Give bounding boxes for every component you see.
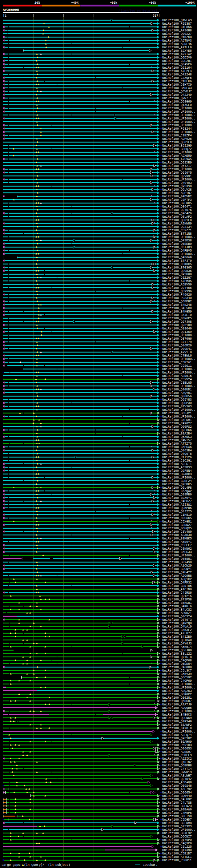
svg-text:UniRef100_B4JEI0: UniRef100_B4JEI0: [162, 313, 192, 317]
svg-text:UniRef100_O42249: UniRef100_O42249: [162, 93, 192, 97]
svg-text:UniRef100_B4DVD2: UniRef100_B4DVD2: [162, 195, 192, 198]
svg-text:UniRef100_B9I2G9: UniRef100_B9I2G9: [162, 144, 192, 148]
svg-text:UniRef100_Q2V991: UniRef100_Q2V991: [162, 175, 192, 178]
svg-text:UniRef100_Q25189: UniRef100_Q25189: [162, 323, 192, 327]
svg-text:UniRef100_UPI000..: UniRef100_UPI000..: [162, 178, 195, 181]
svg-text:UniRef100_B0XE32: UniRef100_B0XE32: [162, 832, 192, 835]
svg-text:UniRef100_Q58G69: UniRef100_Q58G69: [162, 100, 192, 103]
svg-text:UniRef100_Q59S46: UniRef100_Q59S46: [162, 784, 192, 787]
svg-text:UniRef100_C6TJD3: UniRef100_C6TJD3: [162, 246, 192, 249]
svg-text:UniRef100_C5GGJ3: UniRef100_C5GGJ3: [162, 551, 192, 554]
svg-text:UniRef100_B0EAW0: UniRef100_B0EAW0: [162, 808, 192, 811]
svg-text:UniRef100_A3LWH7: UniRef100_A3LWH7: [162, 774, 192, 777]
svg-text:UniRef100_C0NN62: UniRef100_C0NN62: [162, 547, 192, 551]
svg-text:UniRef100_A8WUZ1: UniRef100_A8WUZ1: [162, 612, 192, 615]
svg-text:UniRef100_C6ZQW2: UniRef100_C6ZQW2: [162, 490, 192, 493]
svg-text:UniRef100_C1E856: UniRef100_C1E856: [162, 26, 192, 29]
svg-text:UniRef100_Q00X27: UniRef100_Q00X27: [162, 32, 192, 36]
svg-text:UniRef100_C0S6G5: UniRef100_C0S6G5: [162, 517, 192, 520]
svg-text:UniRef100_Q6J0Y5: UniRef100_Q6J0Y5: [162, 171, 192, 175]
svg-text:UniRef100_A3FQ74: UniRef100_A3FQ74: [162, 734, 192, 737]
svg-text:UniRef100_A8Q1C2: UniRef100_A8Q1C2: [162, 578, 192, 581]
svg-text:UniRef100_Q8IBA0: UniRef100_Q8IBA0: [162, 639, 192, 642]
svg-text:UniRef100_Q2I164: UniRef100_Q2I164: [162, 66, 192, 70]
svg-text:UniRef100_C5DGD7: UniRef100_C5DGD7: [162, 818, 192, 822]
svg-text:UniRef100_C9E2R1: UniRef100_C9E2R1: [162, 59, 192, 63]
svg-text:UniRef100_C4QXC0: UniRef100_C4QXC0: [162, 842, 192, 845]
svg-text:UniRef100_A4QV51: UniRef100_A4QV51: [162, 391, 192, 395]
svg-text:(in Query)/: (in Query)/: [24, 863, 44, 867]
svg-text:UniRef100_Q8T6T3: UniRef100_Q8T6T3: [162, 618, 192, 622]
svg-text:UniRef100_A9P926: UniRef100_A9P926: [162, 137, 192, 141]
svg-text:UniRef100_B3L122: UniRef100_B3L122: [162, 652, 192, 655]
svg-text:UniRef100_B3N6P5: UniRef100_B3N6P5: [162, 317, 192, 320]
svg-text:UniRef100_UPI000..: UniRef100_UPI000..: [162, 384, 195, 388]
svg-text:UniRef100_Q60FS2: UniRef100_Q60FS2: [162, 425, 192, 429]
svg-text:UniRef100_UPI000..: UniRef100_UPI000..: [162, 252, 195, 256]
svg-text:UniRef100_C7EWL6: UniRef100_C7EWL6: [162, 354, 192, 358]
svg-text:UniRef100_Q9W7I1: UniRef100_Q9W7I1: [162, 97, 192, 100]
svg-text:UniRef100_Q7RS49: UniRef100_Q7RS49: [162, 720, 192, 723]
svg-text:UniRef100_C5YZ71: UniRef100_C5YZ71: [162, 229, 192, 232]
svg-text:UniRef100_UPI000..: UniRef100_UPI000..: [162, 371, 195, 374]
svg-text:UniRef100_Q7Q0T5: UniRef100_Q7Q0T5: [162, 452, 192, 456]
svg-text:UniRef100_B0Y4S0: UniRef100_B0Y4S0: [162, 561, 192, 564]
svg-text:UniRef100_O96654: UniRef100_O96654: [162, 791, 192, 795]
svg-text:UniRef100_O93134: UniRef100_O93134: [162, 225, 192, 229]
svg-text:UniRef100_Q4F6W9: UniRef100_Q4F6W9: [162, 256, 192, 259]
svg-text:UniRef100_B6KSU1: UniRef100_B6KSU1: [162, 601, 192, 605]
svg-text:UniRef100_A9V1T8: UniRef100_A9V1T8: [162, 351, 192, 354]
svg-text:UniRef100_UPI000..: UniRef100_UPI000..: [162, 683, 195, 686]
svg-text:UniRef100_UPI000..: UniRef100_UPI000..: [162, 114, 195, 117]
svg-text:UniRef100_C5L225: UniRef100_C5L225: [162, 845, 192, 848]
svg-text:UniRef100_Q2GUD1: UniRef100_Q2GUD1: [162, 388, 192, 391]
svg-text:UniRef100_A4S6H8: UniRef100_A4S6H8: [162, 29, 192, 32]
svg-text:UniRef100_B0LRM8: UniRef100_B0LRM8: [162, 822, 192, 825]
svg-text:UniRef100_C4QP69: UniRef100_C4QP69: [162, 679, 192, 683]
svg-text:UniRef100_Q9LV28: UniRef100_Q9LV28: [162, 188, 192, 191]
svg-text:UniRef100_UPI000..: UniRef100_UPI000..: [162, 415, 195, 418]
svg-text:UniRef100_P25387: UniRef100_P25387: [162, 22, 192, 26]
svg-text:UniRef100_B4L5R9: UniRef100_B4L5R9: [162, 307, 192, 310]
svg-text:UniRef100_B2ADC3: UniRef100_B2ADC3: [162, 473, 192, 476]
svg-text:UniRef100_C4JRS6: UniRef100_C4JRS6: [162, 591, 192, 595]
svg-text:UniRef100_A2I3W1: UniRef100_A2I3W1: [162, 503, 192, 506]
svg-text:UniRef100_B4KG59: UniRef100_B4KG59: [162, 310, 192, 313]
svg-text:UniRef100_C1BLK6: UniRef100_C1BLK6: [162, 80, 192, 83]
svg-text:UniRef100_A5K5I4: UniRef100_A5K5I4: [162, 645, 192, 649]
svg-text:UniRef100_C1C2G1: UniRef100_C1C2G1: [162, 459, 192, 463]
svg-text:UniRef100_UPI000..: UniRef100_UPI000..: [162, 358, 195, 361]
svg-text:UniRef100_C1H819: UniRef100_C1H819: [162, 513, 192, 517]
svg-text:UniRef100_A7S9A5: UniRef100_A7S9A5: [162, 158, 192, 161]
svg-text:UniRef100_A9P1N7: UniRef100_A9P1N7: [162, 191, 192, 195]
svg-text:20%: 20%: [34, 1, 40, 5]
svg-text:UniRef100_B8AWF2: UniRef100_B8AWF2: [162, 723, 192, 727]
svg-text:UniRef100_C5FEE7: UniRef100_C5FEE7: [162, 544, 192, 547]
svg-text:UniRef100_Q21215: UniRef100_Q21215: [162, 595, 192, 598]
svg-text:UniRef100_C5MTW1: UniRef100_C5MTW1: [162, 361, 192, 364]
svg-text:UniRef100_Q9FSU2: UniRef100_Q9FSU2: [162, 737, 192, 740]
svg-text:UniRef100_UPI000..: UniRef100_UPI000..: [162, 710, 195, 713]
svg-text:UniRef100_Q6L4F8: UniRef100_Q6L4F8: [162, 486, 192, 490]
svg-text:UniRef100_UPI000..: UniRef100_UPI000..: [162, 554, 195, 557]
svg-text:UniRef100_Q56J80: UniRef100_Q56J80: [162, 649, 192, 652]
svg-text:UniRef100_A5BV59: UniRef100_A5BV59: [162, 283, 192, 286]
svg-text:UniRef100_A9YTA2: UniRef100_A9YTA2: [162, 53, 192, 56]
svg-text:UniRef100_Q10281: UniRef100_Q10281: [162, 696, 192, 700]
svg-text:UniRef100_Q9C4Z6: UniRef100_Q9C4Z6: [162, 212, 192, 215]
svg-text:UniRef100_P63244: UniRef100_P63244: [162, 127, 192, 130]
svg-text:~60%: ~60%: [110, 1, 117, 5]
svg-text:UniRef100_C1I126: UniRef100_C1I126: [162, 456, 192, 459]
svg-text:UniRef100_C5YV24: UniRef100_C5YV24: [162, 378, 192, 381]
svg-text:UniRef100_UPI000..: UniRef100_UPI000..: [162, 130, 195, 134]
svg-text:UniRef100_C0PTF3: UniRef100_C0PTF3: [162, 198, 192, 202]
svg-text:UniRef100_A7TZ75: UniRef100_A7TZ75: [162, 442, 192, 445]
svg-text:UniRef100_B2CNY1: UniRef100_B2CNY1: [162, 567, 192, 571]
svg-text:UniRef100_Q0CSY4: UniRef100_Q0CSY4: [162, 615, 192, 618]
svg-text:UniRef100_UPI000..: UniRef100_UPI000..: [162, 107, 195, 110]
svg-text:UniRef100_B3RW27: UniRef100_B3RW27: [162, 523, 192, 527]
svg-text:UniRef100_Q801L9: UniRef100_Q801L9: [162, 141, 192, 144]
svg-text:UniRef100_Q6PPH2: UniRef100_Q6PPH2: [162, 300, 192, 303]
svg-text:UniRef100_B4NZ46: UniRef100_B4NZ46: [162, 303, 192, 307]
svg-text:UniRef100_UPI000..: UniRef100_UPI000..: [162, 730, 195, 734]
